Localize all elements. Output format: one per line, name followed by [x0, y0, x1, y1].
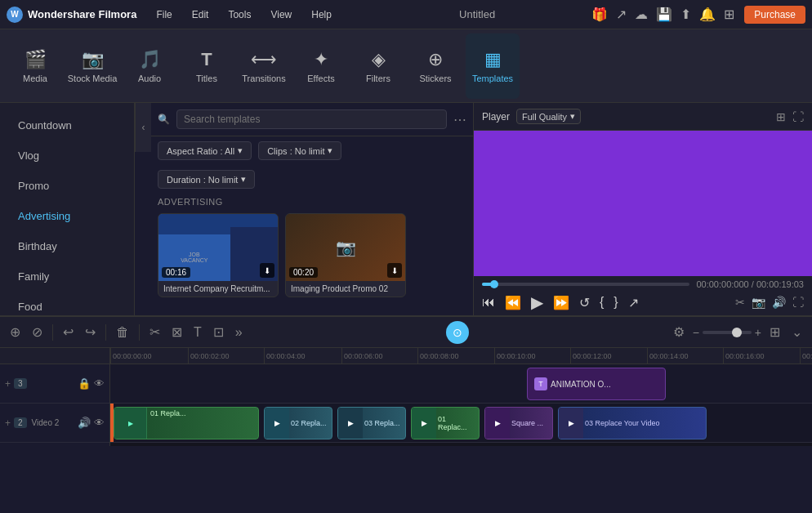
zoom-in-icon[interactable]: + [755, 326, 761, 339]
redo-button[interactable]: ↪ [82, 321, 99, 343]
grid-view-icon[interactable]: ⊞ [776, 110, 786, 123]
fullscreen-icon[interactable]: ⛶ [792, 110, 804, 123]
split-button[interactable]: ⊠ [168, 321, 185, 343]
track-v3-badge: 3 [14, 378, 27, 389]
cut-button[interactable]: ✂ [146, 321, 163, 343]
menu-file[interactable]: File [153, 7, 175, 22]
toolbar-stock-media[interactable]: 📷 Stock Media [65, 33, 119, 99]
track-v3-header: + 3 🔒 👁 [0, 364, 109, 404]
ruler-mark-5: 00:00:10:00 [494, 348, 536, 364]
zoom-thumb[interactable] [732, 328, 742, 337]
animation-clip[interactable]: T ANIMATION O... [527, 368, 666, 400]
arrow-icon[interactable]: ↗ [616, 7, 627, 22]
export-frame-button[interactable]: ↗ [628, 295, 639, 310]
sidebar-collapse-button[interactable]: ‹ [135, 103, 151, 152]
text-button[interactable]: T [190, 322, 205, 343]
sidebar-item-food[interactable]: Food [5, 292, 129, 315]
sidebar-item-promo[interactable]: Promo [5, 172, 129, 200]
layout-button[interactable]: ⊞ [766, 321, 783, 343]
zoom-slider[interactable] [703, 331, 752, 334]
menu-help[interactable]: Help [308, 7, 335, 22]
search-icon: 🔍 [158, 114, 170, 125]
download-icon-1[interactable]: ⬇ [260, 263, 274, 278]
sidebar-item-countdown[interactable]: Countdown [5, 111, 129, 140]
sidebar-item-vlog[interactable]: Vlog [5, 141, 129, 170]
toolbar-media[interactable]: 🎬 Media [8, 33, 62, 99]
toolbar-filters[interactable]: ◈ Filters [351, 33, 405, 99]
export-icon[interactable]: ⬆ [680, 7, 691, 22]
purchase-button[interactable]: Purchase [744, 6, 805, 24]
toolbar-templates[interactable]: ▦ Templates [466, 33, 520, 99]
crop-button[interactable]: ⊡ [210, 321, 227, 343]
quality-selector[interactable]: Full Quality ▾ [516, 109, 581, 124]
template-card-1[interactable]: JOBVACANCY 00:16 ⬇ Internet Company Recr… [158, 213, 279, 297]
snap-button[interactable]: ⊕ [7, 321, 24, 343]
cloud-icon[interactable]: ☁ [635, 7, 648, 22]
clip-v2-sq[interactable]: ▶ Square ... [484, 407, 553, 439]
center-playhead-button[interactable]: ⊙ [446, 321, 469, 344]
clip-v2-03r[interactable]: ▶ 03 Replace Your Video [558, 407, 707, 439]
toolbar-titles[interactable]: T Titles [180, 33, 234, 99]
zoom-out-icon[interactable]: − [693, 326, 699, 339]
add-track-icon-v2[interactable]: + [5, 417, 11, 429]
mark-in-button[interactable]: { [600, 295, 604, 310]
gift-icon[interactable]: 🎁 [591, 7, 608, 22]
app-logo: W Wondershare Filmora [7, 7, 136, 23]
progress-track[interactable] [482, 283, 689, 286]
template-thumb-2: 📷 00:20 ⬇ [286, 214, 405, 281]
more-options-icon[interactable]: ⋯ [453, 112, 466, 127]
settings-button[interactable]: ⚙ [670, 321, 688, 343]
step-forward-button[interactable]: ⏩ [553, 295, 569, 310]
playhead-dot[interactable] [490, 280, 498, 288]
expand-icon[interactable]: ⛶ [792, 296, 804, 309]
delete-button[interactable]: 🗑 [113, 322, 132, 343]
clip-v2-01[interactable]: ▶ 01 Repla... [114, 407, 259, 439]
duration-filter[interactable]: Duration : No limit ▾ [158, 170, 255, 189]
toolbar-stickers[interactable]: ⊕ Stickers [408, 33, 462, 99]
template-duration-1: 00:16 [162, 267, 190, 278]
clip-v2-02[interactable]: ▶ 02 Repla... [264, 407, 332, 439]
mark-out-button[interactable]: } [613, 295, 618, 310]
eye-icon[interactable]: 👁 [94, 377, 105, 390]
collapse-button[interactable]: ⌄ [788, 321, 805, 343]
save-icon[interactable]: 💾 [656, 7, 672, 22]
step-back-button[interactable]: ⏪ [505, 295, 521, 310]
track-v2-label: Video 2 [32, 418, 60, 427]
playback-controls: ⏮ ⏪ ▶ ⏩ ↺ { } ↗ [482, 292, 639, 312]
lock-icon[interactable]: 🔒 [78, 377, 91, 390]
menu-edit[interactable]: Edit [189, 7, 212, 22]
clip-v2-03[interactable]: ▶ 03 Repla... [337, 407, 406, 439]
player-label: Player [482, 111, 510, 123]
sidebar-item-advertising[interactable]: Advertising [5, 202, 129, 230]
volume-icon[interactable]: 🔊 [78, 417, 91, 429]
loop-button[interactable]: ↺ [579, 295, 590, 310]
volume-icon[interactable]: 🔊 [772, 296, 786, 309]
grid-icon[interactable]: ⊞ [724, 7, 734, 22]
toolbar-filters-label: Filters [366, 74, 390, 83]
search-input[interactable] [176, 109, 447, 129]
undo-button[interactable]: ↩ [60, 321, 77, 343]
go-start-button[interactable]: ⏮ [482, 295, 495, 310]
bell-icon[interactable]: 🔔 [699, 7, 716, 22]
template-card-2[interactable]: 📷 00:20 ⬇ Imaging Product Promo 02 [285, 213, 406, 297]
menu-tools[interactable]: Tools [225, 7, 254, 22]
toolbar-transitions[interactable]: ⟷ Transitions [237, 33, 291, 99]
download-icon-2[interactable]: ⬇ [387, 263, 402, 278]
toolbar-audio-label: Audio [138, 74, 161, 83]
toolbar-audio[interactable]: 🎵 Audio [123, 33, 176, 99]
toolbar-effects[interactable]: ✦ Effects [294, 33, 348, 99]
sidebar-item-family[interactable]: Family [5, 262, 129, 291]
menu-view[interactable]: View [267, 7, 295, 22]
eye-icon-v2[interactable]: 👁 [94, 417, 105, 429]
camera-icon[interactable]: 📷 [752, 296, 765, 309]
chevron-down-icon: ▾ [570, 111, 575, 122]
magnet-button[interactable]: ⊘ [29, 321, 46, 343]
clips-filter[interactable]: Clips : No limit ▾ [258, 141, 341, 160]
sidebar-item-birthday[interactable]: Birthday [5, 232, 129, 261]
clip-v2-04[interactable]: ▶ 01 Replac... [411, 407, 480, 439]
aspect-ratio-filter[interactable]: Aspect Ratio : All ▾ [158, 141, 252, 160]
more-button[interactable]: » [232, 322, 246, 343]
play-button[interactable]: ▶ [531, 292, 543, 312]
add-track-icon[interactable]: + [5, 378, 11, 390]
cut-icon[interactable]: ✂ [735, 296, 745, 309]
